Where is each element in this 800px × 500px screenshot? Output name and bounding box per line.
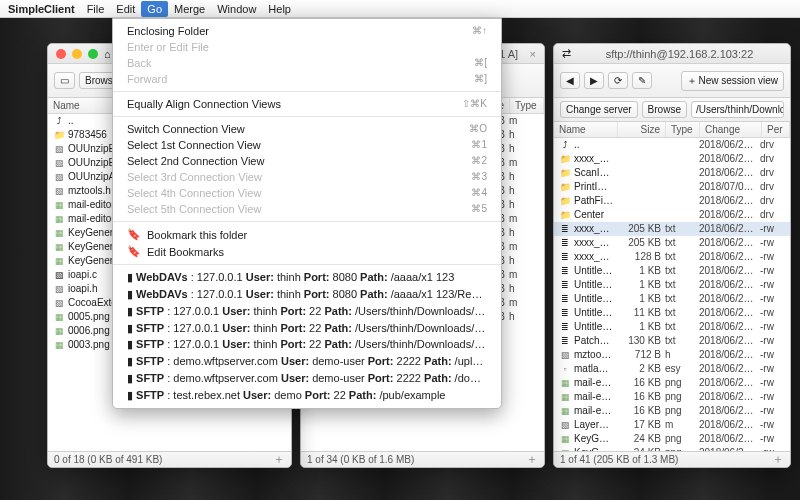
table-row[interactable]: ⤴..2018/06/2…drv [554, 138, 790, 152]
close-icon[interactable] [56, 49, 66, 59]
png-icon: ▦ [53, 338, 65, 352]
menu-item[interactable]: Select 1st Connection View⌘1 [113, 137, 501, 153]
table-row[interactable]: ▧LayerTable 1.m17 KBm2018/06/2…-rw [554, 418, 790, 432]
file-type: h [505, 310, 539, 324]
bookmark-item[interactable]: ▮ SFTP : 127.0.0.1 User: thinh Port: 22 … [113, 320, 501, 337]
file-perm: -rw [757, 348, 785, 362]
menu-item[interactable]: Switch Connection View⌘O [113, 121, 501, 137]
table-row[interactable]: ≣Patch_20180422_104454t…130 KBtxt2018/06… [554, 334, 790, 348]
table-row[interactable]: ▦mail-editor 10.png16 KBpng2018/06/2…-rw [554, 390, 790, 404]
back-button[interactable]: ◀ [560, 72, 580, 89]
menu-item[interactable]: Enclosing Folder⌘↑ [113, 23, 501, 39]
table-row[interactable]: ≣Untitled_3.txt1 KBtxt2018/06/2…-rw [554, 264, 790, 278]
file-perm: -rw [757, 390, 785, 404]
txt-icon: ≣ [559, 320, 571, 334]
file-size: 1 KB [613, 264, 661, 278]
col-type[interactable]: Type [666, 122, 700, 137]
forward-button[interactable]: ▶ [584, 72, 604, 89]
menu-item-label: Edit Bookmarks [147, 246, 224, 258]
table-row[interactable]: ≣Untitled_2 1.txt11 KBtxt2018/06/2…-rw [554, 306, 790, 320]
statusbar-mid: 1 of 34 (0 KB of 1.6 MB) ＋ [301, 451, 544, 467]
file-type: txt [661, 236, 695, 250]
status-text: 0 of 18 (0 KB of 491 KB) [54, 454, 162, 465]
table-row[interactable]: ▫matlab.esy2 KBesy2018/06/2…-rw [554, 362, 790, 376]
file-name: xxxx_6 A.pdf.txt [574, 222, 613, 236]
table-row[interactable]: 📁ScanImage2018/06/2…drv [554, 166, 790, 180]
table-row[interactable]: 📁Center2018/06/2…drv [554, 208, 790, 222]
file-list-right[interactable]: ⤴..2018/06/2…drv📁xxxx_D A2018/06/2…drv📁S… [554, 138, 790, 451]
col-type[interactable]: Type [510, 98, 544, 113]
view-toggle[interactable]: ▭ [54, 72, 75, 89]
bookmark-item[interactable]: ▮ SFTP : demo.wftpserver.com User: demo-… [113, 353, 501, 370]
file-type: h [505, 282, 539, 296]
table-row[interactable]: ▦KeyGeneratorSmall.png24 KBpng2018/06/2…… [554, 432, 790, 446]
col-name[interactable]: Name [554, 122, 618, 137]
menu-item: Enter or Edit File [113, 39, 501, 55]
table-row[interactable]: ≣Untitled 1.txt1 KBtxt2018/06/2…-rw [554, 320, 790, 334]
statusbar-local: 0 of 18 (0 KB of 491 KB) ＋ [48, 451, 291, 467]
add-icon[interactable]: ＋ [526, 451, 538, 468]
bookmark-item[interactable]: ▮ SFTP : test.rebex.net User: demo Port:… [113, 387, 501, 404]
menu-file[interactable]: File [87, 3, 105, 15]
tool-button[interactable]: ✎ [632, 72, 652, 89]
png-icon: ▦ [559, 432, 571, 446]
m-icon: ▧ [53, 296, 65, 310]
file-change: 2018/06/2… [695, 236, 757, 250]
file-type: png [661, 432, 695, 446]
table-row[interactable]: ≣xxxx_6 A.pdf.txt205 KBtxt2018/06/2…-rw [554, 222, 790, 236]
table-row[interactable]: ≣xxxx_4_ A.txt.txt128 Btxt2018/06/2…-rw [554, 250, 790, 264]
table-row[interactable]: ▦mail-editor 1.png16 KBpng2018/06/2…-rw [554, 404, 790, 418]
change-server-button[interactable]: Change server [560, 101, 638, 118]
col-perm[interactable]: Per [762, 122, 790, 137]
browse-button[interactable]: Browse [642, 101, 687, 118]
col-size[interactable]: Size [618, 122, 666, 137]
bookmark-icon: ▮ [127, 338, 133, 350]
h-icon: ▧ [53, 142, 65, 156]
file-change: 2018/06/2… [695, 418, 757, 432]
file-icon: ▫ [559, 362, 571, 376]
file-name: matlab.esy [574, 362, 613, 376]
table-row[interactable]: 📁PathFinder2018/06/2…drv [554, 194, 790, 208]
txt-icon: ≣ [559, 250, 571, 264]
table-row[interactable]: ▧mztools.h712 Bh2018/06/2…-rw [554, 348, 790, 362]
bookmark-item[interactable]: ▮ WebDAVs : 127.0.0.1 User: thinh Port: … [113, 269, 501, 286]
menu-edit[interactable]: Edit [116, 3, 135, 15]
minimize-icon[interactable] [72, 49, 82, 59]
menu-item[interactable]: Select 2nd Connection View⌘2 [113, 153, 501, 169]
reload-button[interactable]: ⟳ [608, 72, 628, 89]
table-row[interactable]: 📁PrintImage2018/07/0…drv [554, 180, 790, 194]
columns-header[interactable]: Name Size Type Change Per [554, 122, 790, 138]
add-icon[interactable]: ＋ [273, 451, 285, 468]
pane-right: ⇄ sftp://thinh@192.168.2.103:22 ◀ ▶ ⟳ ✎ … [553, 43, 791, 468]
path-field[interactable]: /Users/thinh/Downloads/f/0009/Untitled/x… [691, 101, 784, 118]
col-change[interactable]: Change [700, 122, 762, 137]
bookmark-item[interactable]: ▮ WebDAVs : 127.0.0.1 User: thinh Port: … [113, 286, 501, 303]
new-session-button[interactable]: ＋ New session view [681, 71, 784, 91]
menu-item[interactable]: 🔖Edit Bookmarks [113, 243, 501, 260]
home-icon: ⌂ [104, 48, 111, 60]
file-type: h [505, 128, 539, 142]
bookmark-item[interactable]: ▮ SFTP : 127.0.0.1 User: thinh Port: 22 … [113, 303, 501, 320]
file-name: Untitled_2 2.txt [574, 292, 613, 306]
menu-item: Select 5th Connection View⌘5 [113, 201, 501, 217]
menu-go[interactable]: Go [141, 1, 168, 17]
menu-help[interactable]: Help [268, 3, 291, 15]
menu-item[interactable]: 🔖Bookmark this folder [113, 226, 501, 243]
table-row[interactable]: ≣Untitled_2 2.txt1 KBtxt2018/06/2…-rw [554, 292, 790, 306]
close-tab-icon[interactable]: × [530, 48, 536, 60]
file-type: m [505, 268, 539, 282]
table-row[interactable]: 📁xxxx_D A2018/06/2…drv [554, 152, 790, 166]
zoom-icon[interactable] [88, 49, 98, 59]
bookmark-item[interactable]: ▮ SFTP : demo.wftpserver.com User: demo-… [113, 370, 501, 387]
bookmark-item[interactable]: ▮ SFTP : 127.0.0.1 User: thinh Port: 22 … [113, 336, 501, 353]
menu-item[interactable]: Equally Align Connection Views⇧⌘K [113, 96, 501, 112]
file-change: 2018/06/2… [695, 208, 757, 222]
table-row[interactable]: ▦mail-editor.png16 KBpng2018/06/2…-rw [554, 376, 790, 390]
file-type: png [661, 404, 695, 418]
file-size: 1 KB [613, 320, 661, 334]
menu-window[interactable]: Window [217, 3, 256, 15]
add-icon[interactable]: ＋ [772, 451, 784, 468]
menu-merge[interactable]: Merge [174, 3, 205, 15]
table-row[interactable]: ≣Untitled_2.txt1 KBtxt2018/06/2…-rw [554, 278, 790, 292]
table-row[interactable]: ≣xxxx_6 A.pdf 1.txt205 KBtxt2018/06/2…-r… [554, 236, 790, 250]
